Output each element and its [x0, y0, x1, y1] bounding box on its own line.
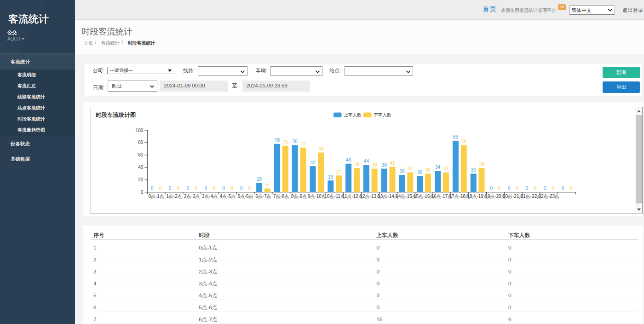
svg-text:19: 19 [328, 174, 334, 179]
svg-text:42: 42 [310, 160, 316, 165]
svg-text:7点-8点: 7点-8点 [273, 194, 289, 199]
svg-text:27: 27 [336, 169, 342, 174]
svg-text:32: 32 [443, 166, 449, 171]
svg-text:34: 34 [435, 165, 441, 170]
svg-text:0: 0 [552, 186, 554, 191]
svg-text:0: 0 [213, 186, 215, 191]
svg-text:6点-7点: 6点-7点 [255, 194, 271, 199]
svg-text:0: 0 [240, 186, 243, 191]
svg-text:75: 75 [283, 139, 288, 145]
svg-text:0: 0 [498, 186, 501, 191]
svg-text:80: 80 [138, 140, 144, 145]
svg-text:83: 83 [453, 134, 459, 139]
svg-text:100: 100 [136, 128, 144, 133]
svg-text:46: 46 [346, 157, 351, 162]
svg-text:72: 72 [300, 141, 306, 146]
svg-text:40: 40 [138, 165, 144, 170]
svg-text:1点-2点: 1点-2点 [166, 194, 182, 199]
svg-text:0: 0 [230, 186, 233, 191]
svg-text:28: 28 [399, 169, 405, 174]
svg-text:0点-1点: 0点-1点 [148, 194, 164, 199]
svg-text:0: 0 [141, 190, 144, 195]
svg-text:64: 64 [318, 146, 324, 151]
svg-text:60: 60 [138, 152, 144, 157]
svg-text:0: 0 [516, 186, 519, 191]
svg-text:4点-5点: 4点-5点 [220, 194, 236, 199]
svg-text:3点-4点: 3点-4点 [202, 194, 218, 199]
svg-text:0: 0 [534, 186, 537, 191]
svg-text:30: 30 [426, 168, 431, 173]
svg-text:0: 0 [177, 186, 180, 191]
svg-text:76: 76 [293, 139, 298, 144]
svg-text:38: 38 [372, 162, 378, 168]
svg-text:20: 20 [138, 177, 144, 182]
svg-text:0: 0 [544, 186, 546, 191]
svg-text:8点-9点: 8点-9点 [291, 194, 307, 199]
svg-text:39: 39 [479, 162, 484, 167]
svg-text:9点-10点: 9点-10点 [308, 194, 326, 199]
svg-text:下车人数: 下车人数 [374, 112, 392, 117]
svg-text:0: 0 [187, 186, 190, 191]
svg-text:0: 0 [222, 186, 225, 191]
svg-text:0: 0 [169, 186, 172, 191]
svg-text:41: 41 [390, 161, 395, 166]
svg-text:26: 26 [417, 170, 423, 175]
svg-text:15: 15 [257, 177, 262, 182]
svg-text:38: 38 [382, 162, 387, 168]
svg-text:0: 0 [569, 186, 572, 191]
svg-text:30: 30 [471, 168, 477, 173]
svg-text:2点-3点: 2点-3点 [184, 194, 200, 199]
svg-text:0: 0 [195, 186, 197, 191]
svg-text:0: 0 [248, 186, 251, 191]
svg-text:0: 0 [490, 186, 493, 191]
svg-text:0: 0 [526, 186, 529, 191]
svg-text:上车人数: 上车人数 [344, 112, 362, 117]
svg-text:76: 76 [461, 139, 467, 144]
svg-text:32: 32 [408, 166, 413, 171]
svg-text:0: 0 [151, 186, 154, 191]
svg-text:0: 0 [561, 186, 564, 191]
svg-text:44: 44 [364, 159, 369, 164]
svg-text:39: 39 [354, 162, 360, 167]
svg-text:0: 0 [204, 186, 207, 191]
svg-text:6: 6 [266, 182, 269, 187]
svg-text:78: 78 [275, 138, 280, 143]
svg-text:5点-6点: 5点-6点 [237, 194, 253, 199]
svg-text:0: 0 [508, 186, 511, 191]
svg-text:0: 0 [159, 186, 162, 191]
svg-text:22点-23点: 22点-23点 [539, 194, 560, 199]
